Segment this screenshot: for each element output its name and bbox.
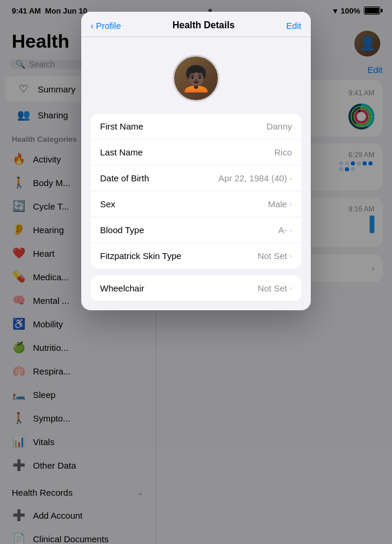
dob-value: Apr 22, 1984 (40) › bbox=[218, 173, 292, 183]
wheelchair-chevron: › bbox=[290, 284, 292, 293]
modal-form-primary: First Name Danny Last Name Rico Date of … bbox=[91, 114, 301, 268]
first-name-label: First Name bbox=[100, 121, 143, 131]
blood-type-label: Blood Type bbox=[100, 225, 144, 235]
wheelchair-value: Not Set › bbox=[258, 283, 292, 293]
back-label: Profile bbox=[96, 21, 121, 31]
dob-chevron: › bbox=[290, 174, 292, 183]
modal-title: Health Details bbox=[172, 20, 235, 31]
skin-type-label: Fitzpatrick Skin Type bbox=[100, 251, 181, 261]
last-name-label: Last Name bbox=[100, 147, 143, 157]
dob-label: Date of Birth bbox=[100, 173, 149, 183]
modal-back-button[interactable]: ‹ Profile bbox=[91, 21, 121, 31]
modal-form-wheelchair: Wheelchair Not Set › bbox=[91, 276, 301, 301]
form-row-last-name[interactable]: Last Name Rico bbox=[91, 140, 301, 165]
first-name-value: Danny bbox=[267, 121, 292, 131]
blood-type-value: A- › bbox=[278, 225, 292, 235]
form-row-dob[interactable]: Date of Birth Apr 22, 1984 (40) › bbox=[91, 165, 301, 191]
form-row-wheelchair[interactable]: Wheelchair Not Set › bbox=[91, 276, 301, 301]
skin-type-chevron: › bbox=[290, 251, 292, 260]
back-chevron-icon: ‹ bbox=[91, 21, 94, 31]
modal-navbar: ‹ Profile Health Details Edit bbox=[81, 12, 311, 37]
form-row-sex[interactable]: Sex Male › bbox=[91, 191, 301, 217]
modal-user-avatar[interactable]: 🧑🏿‍🦱 bbox=[172, 55, 220, 102]
sex-label: Sex bbox=[100, 199, 115, 209]
sex-chevron: › bbox=[290, 200, 292, 208]
last-name-value: Rico bbox=[274, 147, 292, 157]
skin-type-value: Not Set › bbox=[258, 251, 292, 261]
wheelchair-label: Wheelchair bbox=[100, 283, 144, 293]
modal-edit-button[interactable]: Edit bbox=[286, 21, 301, 31]
blood-type-chevron: › bbox=[290, 225, 292, 234]
form-row-blood-type[interactable]: Blood Type A- › bbox=[91, 217, 301, 243]
form-row-skin-type[interactable]: Fitzpatrick Skin Type Not Set › bbox=[91, 243, 301, 268]
modal-overlay[interactable]: ‹ Profile Health Details Edit 🧑🏿‍🦱 First… bbox=[0, 0, 392, 544]
health-details-modal: ‹ Profile Health Details Edit 🧑🏿‍🦱 First… bbox=[81, 12, 311, 310]
modal-avatar-section: 🧑🏿‍🦱 bbox=[81, 37, 311, 114]
sex-value: Male › bbox=[268, 199, 292, 209]
form-row-first-name[interactable]: First Name Danny bbox=[91, 114, 301, 140]
